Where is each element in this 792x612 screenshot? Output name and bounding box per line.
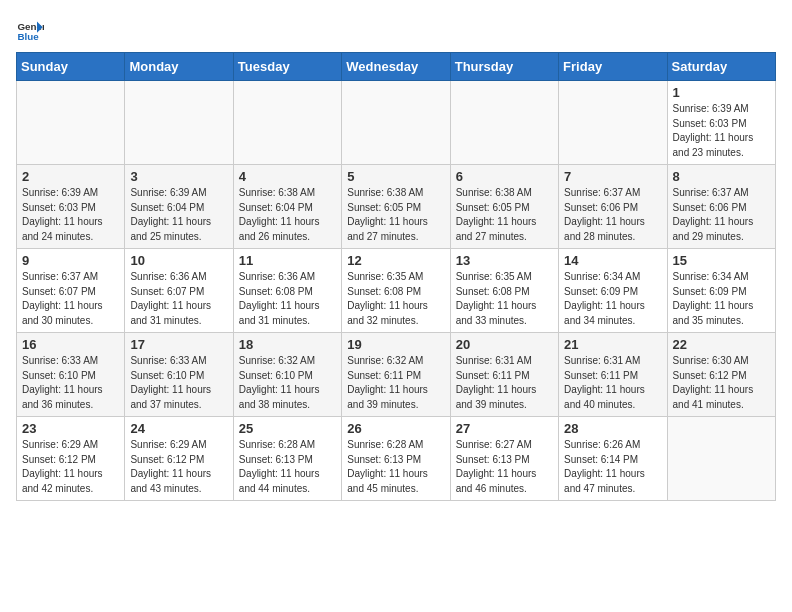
day-number: 19 xyxy=(347,337,444,352)
day-number: 2 xyxy=(22,169,119,184)
day-number: 21 xyxy=(564,337,661,352)
day-number: 28 xyxy=(564,421,661,436)
day-number: 23 xyxy=(22,421,119,436)
day-info: Sunrise: 6:30 AM Sunset: 6:12 PM Dayligh… xyxy=(673,354,770,412)
calendar-day-16: 16Sunrise: 6:33 AM Sunset: 6:10 PM Dayli… xyxy=(17,333,125,417)
day-number: 20 xyxy=(456,337,553,352)
day-number: 24 xyxy=(130,421,227,436)
empty-day xyxy=(559,81,667,165)
day-info: Sunrise: 6:34 AM Sunset: 6:09 PM Dayligh… xyxy=(673,270,770,328)
day-number: 7 xyxy=(564,169,661,184)
empty-day xyxy=(342,81,450,165)
day-info: Sunrise: 6:32 AM Sunset: 6:11 PM Dayligh… xyxy=(347,354,444,412)
calendar-day-25: 25Sunrise: 6:28 AM Sunset: 6:13 PM Dayli… xyxy=(233,417,341,501)
calendar-day-28: 28Sunrise: 6:26 AM Sunset: 6:14 PM Dayli… xyxy=(559,417,667,501)
day-number: 26 xyxy=(347,421,444,436)
day-info: Sunrise: 6:35 AM Sunset: 6:08 PM Dayligh… xyxy=(347,270,444,328)
empty-day xyxy=(667,417,775,501)
day-number: 8 xyxy=(673,169,770,184)
weekday-header-tuesday: Tuesday xyxy=(233,53,341,81)
svg-text:Blue: Blue xyxy=(17,31,39,42)
day-info: Sunrise: 6:34 AM Sunset: 6:09 PM Dayligh… xyxy=(564,270,661,328)
empty-day xyxy=(17,81,125,165)
calendar-week-row: 16Sunrise: 6:33 AM Sunset: 6:10 PM Dayli… xyxy=(17,333,776,417)
calendar-day-27: 27Sunrise: 6:27 AM Sunset: 6:13 PM Dayli… xyxy=(450,417,558,501)
day-number: 12 xyxy=(347,253,444,268)
logo-icon: General Blue xyxy=(16,16,44,44)
calendar-day-21: 21Sunrise: 6:31 AM Sunset: 6:11 PM Dayli… xyxy=(559,333,667,417)
calendar-day-4: 4Sunrise: 6:38 AM Sunset: 6:04 PM Daylig… xyxy=(233,165,341,249)
calendar-day-11: 11Sunrise: 6:36 AM Sunset: 6:08 PM Dayli… xyxy=(233,249,341,333)
weekday-header-sunday: Sunday xyxy=(17,53,125,81)
day-number: 9 xyxy=(22,253,119,268)
day-number: 17 xyxy=(130,337,227,352)
calendar-day-22: 22Sunrise: 6:30 AM Sunset: 6:12 PM Dayli… xyxy=(667,333,775,417)
calendar-day-13: 13Sunrise: 6:35 AM Sunset: 6:08 PM Dayli… xyxy=(450,249,558,333)
day-info: Sunrise: 6:38 AM Sunset: 6:04 PM Dayligh… xyxy=(239,186,336,244)
logo: General Blue xyxy=(16,16,44,44)
calendar-day-1: 1Sunrise: 6:39 AM Sunset: 6:03 PM Daylig… xyxy=(667,81,775,165)
calendar-day-8: 8Sunrise: 6:37 AM Sunset: 6:06 PM Daylig… xyxy=(667,165,775,249)
day-info: Sunrise: 6:39 AM Sunset: 6:03 PM Dayligh… xyxy=(22,186,119,244)
day-info: Sunrise: 6:28 AM Sunset: 6:13 PM Dayligh… xyxy=(239,438,336,496)
calendar-day-20: 20Sunrise: 6:31 AM Sunset: 6:11 PM Dayli… xyxy=(450,333,558,417)
calendar-week-row: 2Sunrise: 6:39 AM Sunset: 6:03 PM Daylig… xyxy=(17,165,776,249)
day-info: Sunrise: 6:38 AM Sunset: 6:05 PM Dayligh… xyxy=(456,186,553,244)
calendar-day-26: 26Sunrise: 6:28 AM Sunset: 6:13 PM Dayli… xyxy=(342,417,450,501)
day-number: 13 xyxy=(456,253,553,268)
day-info: Sunrise: 6:29 AM Sunset: 6:12 PM Dayligh… xyxy=(130,438,227,496)
day-info: Sunrise: 6:39 AM Sunset: 6:04 PM Dayligh… xyxy=(130,186,227,244)
calendar-day-3: 3Sunrise: 6:39 AM Sunset: 6:04 PM Daylig… xyxy=(125,165,233,249)
day-info: Sunrise: 6:37 AM Sunset: 6:06 PM Dayligh… xyxy=(673,186,770,244)
weekday-header-friday: Friday xyxy=(559,53,667,81)
day-number: 6 xyxy=(456,169,553,184)
calendar-day-9: 9Sunrise: 6:37 AM Sunset: 6:07 PM Daylig… xyxy=(17,249,125,333)
day-number: 14 xyxy=(564,253,661,268)
day-info: Sunrise: 6:39 AM Sunset: 6:03 PM Dayligh… xyxy=(673,102,770,160)
empty-day xyxy=(450,81,558,165)
day-number: 27 xyxy=(456,421,553,436)
calendar-day-24: 24Sunrise: 6:29 AM Sunset: 6:12 PM Dayli… xyxy=(125,417,233,501)
day-info: Sunrise: 6:36 AM Sunset: 6:08 PM Dayligh… xyxy=(239,270,336,328)
day-info: Sunrise: 6:33 AM Sunset: 6:10 PM Dayligh… xyxy=(22,354,119,412)
weekday-header-monday: Monday xyxy=(125,53,233,81)
day-number: 1 xyxy=(673,85,770,100)
weekday-header-row: SundayMondayTuesdayWednesdayThursdayFrid… xyxy=(17,53,776,81)
day-number: 25 xyxy=(239,421,336,436)
day-info: Sunrise: 6:31 AM Sunset: 6:11 PM Dayligh… xyxy=(564,354,661,412)
day-info: Sunrise: 6:31 AM Sunset: 6:11 PM Dayligh… xyxy=(456,354,553,412)
calendar-day-12: 12Sunrise: 6:35 AM Sunset: 6:08 PM Dayli… xyxy=(342,249,450,333)
calendar-day-23: 23Sunrise: 6:29 AM Sunset: 6:12 PM Dayli… xyxy=(17,417,125,501)
day-number: 15 xyxy=(673,253,770,268)
calendar-day-18: 18Sunrise: 6:32 AM Sunset: 6:10 PM Dayli… xyxy=(233,333,341,417)
day-info: Sunrise: 6:36 AM Sunset: 6:07 PM Dayligh… xyxy=(130,270,227,328)
empty-day xyxy=(125,81,233,165)
day-info: Sunrise: 6:33 AM Sunset: 6:10 PM Dayligh… xyxy=(130,354,227,412)
day-info: Sunrise: 6:38 AM Sunset: 6:05 PM Dayligh… xyxy=(347,186,444,244)
weekday-header-wednesday: Wednesday xyxy=(342,53,450,81)
day-info: Sunrise: 6:28 AM Sunset: 6:13 PM Dayligh… xyxy=(347,438,444,496)
page-header: General Blue xyxy=(16,16,776,44)
weekday-header-thursday: Thursday xyxy=(450,53,558,81)
calendar-day-10: 10Sunrise: 6:36 AM Sunset: 6:07 PM Dayli… xyxy=(125,249,233,333)
day-info: Sunrise: 6:35 AM Sunset: 6:08 PM Dayligh… xyxy=(456,270,553,328)
day-info: Sunrise: 6:29 AM Sunset: 6:12 PM Dayligh… xyxy=(22,438,119,496)
day-info: Sunrise: 6:37 AM Sunset: 6:06 PM Dayligh… xyxy=(564,186,661,244)
calendar-day-15: 15Sunrise: 6:34 AM Sunset: 6:09 PM Dayli… xyxy=(667,249,775,333)
day-number: 10 xyxy=(130,253,227,268)
day-number: 11 xyxy=(239,253,336,268)
day-number: 18 xyxy=(239,337,336,352)
calendar-day-17: 17Sunrise: 6:33 AM Sunset: 6:10 PM Dayli… xyxy=(125,333,233,417)
calendar-day-14: 14Sunrise: 6:34 AM Sunset: 6:09 PM Dayli… xyxy=(559,249,667,333)
day-number: 5 xyxy=(347,169,444,184)
calendar-week-row: 1Sunrise: 6:39 AM Sunset: 6:03 PM Daylig… xyxy=(17,81,776,165)
calendar-day-7: 7Sunrise: 6:37 AM Sunset: 6:06 PM Daylig… xyxy=(559,165,667,249)
day-info: Sunrise: 6:32 AM Sunset: 6:10 PM Dayligh… xyxy=(239,354,336,412)
day-info: Sunrise: 6:27 AM Sunset: 6:13 PM Dayligh… xyxy=(456,438,553,496)
calendar-day-19: 19Sunrise: 6:32 AM Sunset: 6:11 PM Dayli… xyxy=(342,333,450,417)
calendar-week-row: 23Sunrise: 6:29 AM Sunset: 6:12 PM Dayli… xyxy=(17,417,776,501)
calendar-week-row: 9Sunrise: 6:37 AM Sunset: 6:07 PM Daylig… xyxy=(17,249,776,333)
day-number: 3 xyxy=(130,169,227,184)
day-number: 16 xyxy=(22,337,119,352)
calendar-day-5: 5Sunrise: 6:38 AM Sunset: 6:05 PM Daylig… xyxy=(342,165,450,249)
